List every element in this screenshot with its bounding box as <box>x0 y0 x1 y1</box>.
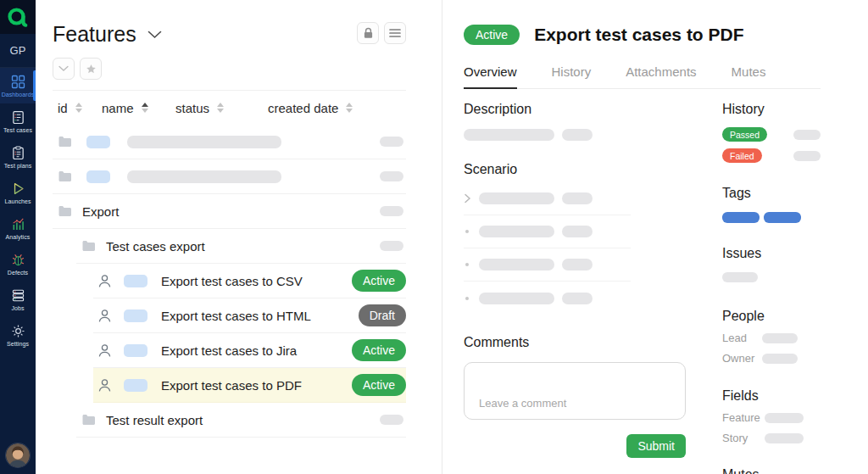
folder-icon <box>58 136 72 148</box>
favorite-button[interactable] <box>80 58 102 80</box>
scenario-step[interactable] <box>464 248 631 282</box>
fields-row-feature: Feature <box>722 411 821 424</box>
comment-input[interactable] <box>464 362 686 420</box>
sidebar-item-test-plans[interactable]: Test plans <box>0 139 36 175</box>
bullet-icon <box>464 297 479 300</box>
folder-name: Export <box>82 204 119 219</box>
fields-label: Feature <box>722 411 765 424</box>
sidebar-item-label: Jobs <box>11 305 24 311</box>
id-skeleton <box>124 275 147 287</box>
sidebar-item-dashboards[interactable]: Dashboards <box>0 68 36 103</box>
fields-label: Story <box>722 432 765 444</box>
tab-history[interactable]: History <box>552 64 592 88</box>
mutes-heading: Mutes <box>722 467 821 474</box>
tab-attachments[interactable]: Attachments <box>626 64 696 88</box>
skeleton-bar <box>562 293 593 304</box>
person-icon <box>97 274 112 288</box>
table-header: id name status created date <box>53 91 406 125</box>
jobs-icon <box>11 288 25 303</box>
name-skeleton <box>127 136 281 148</box>
history-entry: Passed <box>722 127 821 142</box>
table-row-case[interactable]: Export test cases to CSVActive <box>93 264 406 298</box>
scenario-step[interactable] <box>464 215 631 248</box>
sidebar-item-settings[interactable]: Settings <box>0 317 36 353</box>
collapse-all-button[interactable] <box>53 58 75 80</box>
column-created-date: created date <box>268 101 338 115</box>
description-skeleton <box>464 129 687 141</box>
case-name: Export test cases to PDF <box>161 378 302 393</box>
table-row-folder[interactable]: Test result export <box>76 403 406 438</box>
fields-heading: Fields <box>722 388 821 404</box>
hamburger-icon <box>389 28 401 38</box>
created-date-skeleton <box>380 241 403 251</box>
table-row-folder[interactable] <box>53 159 406 194</box>
table-body: ExportTest cases exportExport test cases… <box>53 125 406 438</box>
tags-heading: Tags <box>722 186 821 201</box>
suite-title-dropdown[interactable]: Features <box>53 22 162 47</box>
table-row-case[interactable]: Export test cases to HTMLDraft <box>93 298 406 333</box>
menu-button[interactable] <box>384 22 406 44</box>
people-skeleton <box>762 333 798 343</box>
people-row-owner: Owner <box>722 352 821 365</box>
folder-icon <box>58 170 72 182</box>
people-list: LeadOwner <box>722 332 821 365</box>
fields-skeleton <box>765 433 804 443</box>
project-initials: GP <box>10 44 26 57</box>
sidebar-item-defects[interactable]: Defects <box>0 246 36 282</box>
lock-button[interactable] <box>357 22 379 44</box>
id-skeleton <box>86 170 110 183</box>
table-row-folder[interactable]: Test cases export <box>76 229 406 264</box>
people-label: Owner <box>722 352 762 365</box>
table-row-folder[interactable]: Export <box>53 194 406 229</box>
tab-overview[interactable]: Overview <box>464 64 517 89</box>
sidebar-item-label: Analytics <box>6 234 31 240</box>
dashboards-icon <box>11 75 25 89</box>
submit-comment-button[interactable]: Submit <box>626 434 686 458</box>
lock-icon <box>363 27 374 39</box>
skeleton-bar <box>479 226 554 237</box>
scenario-steps <box>464 182 631 315</box>
settings-icon <box>11 324 25 338</box>
table-row-case[interactable]: Export test cases to JiraActive <box>93 333 406 368</box>
sidebar-item-label: Settings <box>7 341 29 347</box>
status-badge: Draft <box>359 304 406 326</box>
tag-pill[interactable] <box>764 212 801 223</box>
sort-name-button[interactable] <box>142 103 148 113</box>
project-switcher[interactable]: GP <box>0 34 36 68</box>
test-cases-icon <box>11 110 25 125</box>
analytics-icon <box>11 217 25 231</box>
issues-skeleton <box>722 272 758 282</box>
table-row-case[interactable]: Export test cases to PDFActive <box>93 368 406 403</box>
tab-mutes[interactable]: Mutes <box>732 64 766 88</box>
sidebar: GP DashboardsTest casesTest plansLaunche… <box>0 0 36 474</box>
sidebar-item-launches[interactable]: Launches <box>0 175 36 210</box>
case-name: Export test cases to CSV <box>161 274 303 288</box>
folder-name: Test result export <box>106 413 203 427</box>
id-skeleton <box>124 309 147 322</box>
issues-heading: Issues <box>722 246 821 261</box>
history-skeleton <box>793 130 821 140</box>
folder-icon <box>58 205 72 217</box>
sidebar-item-test-cases[interactable]: Test cases <box>0 103 36 139</box>
sidebar-item-jobs[interactable]: Jobs <box>0 282 36 317</box>
description-heading: Description <box>464 102 687 117</box>
sort-created-button[interactable] <box>346 103 353 113</box>
result-badge-passed: Passed <box>722 127 767 142</box>
app-logo[interactable] <box>0 0 36 34</box>
page-title: Features <box>53 22 136 47</box>
tag-pill[interactable] <box>722 212 760 223</box>
fields-row-story: Story <box>722 432 821 444</box>
status-badge: Active <box>352 339 406 361</box>
sort-id-button[interactable] <box>75 103 82 113</box>
sort-status-button[interactable] <box>217 103 224 113</box>
status-badge: Active <box>352 374 406 396</box>
people-skeleton <box>762 354 798 364</box>
user-avatar[interactable] <box>6 443 30 467</box>
sidebar-item-label: Dashboards <box>2 92 35 98</box>
sidebar-item-analytics[interactable]: Analytics <box>0 210 36 246</box>
scenario-step[interactable] <box>464 282 631 315</box>
test-plans-icon <box>11 146 25 160</box>
table-row-folder[interactable] <box>53 125 406 159</box>
comments-heading: Comments <box>464 335 687 350</box>
scenario-step[interactable] <box>464 182 631 215</box>
